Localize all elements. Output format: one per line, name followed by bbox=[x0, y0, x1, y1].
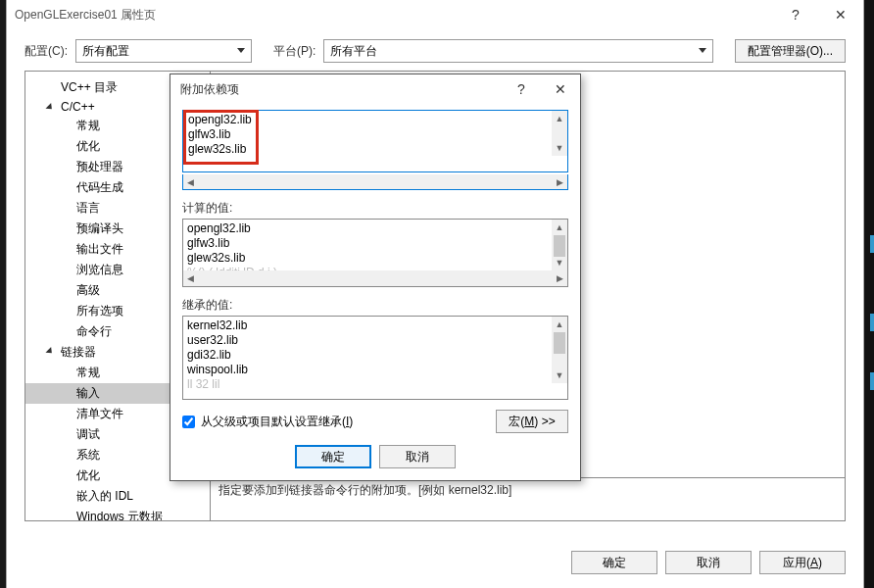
config-value: 所有配置 bbox=[82, 43, 129, 60]
modal-body: opengl32.lib glfw3.lib glew32s.lib ▲ ▼ ◀… bbox=[170, 104, 580, 445]
scroll-left-icon[interactable]: ◀ bbox=[187, 271, 194, 286]
modal-close-button[interactable]: ✕ bbox=[541, 74, 580, 104]
scrollbar-horizontal[interactable]: ◀ ▶ bbox=[183, 270, 567, 286]
modal-help-button[interactable]: ? bbox=[502, 74, 541, 104]
scroll-up-icon[interactable]: ▲ bbox=[552, 220, 567, 235]
scrollbar-horizontal[interactable]: ◀ ▶ bbox=[182, 174, 568, 190]
config-label: 配置(C): bbox=[24, 43, 68, 60]
config-manager-button[interactable]: 配置管理器(O)... bbox=[735, 39, 846, 63]
tree-item[interactable]: Windows 元数据 bbox=[25, 507, 210, 521]
config-select[interactable]: 所有配置 bbox=[75, 39, 252, 63]
scroll-up-icon[interactable]: ▲ bbox=[552, 111, 567, 126]
scroll-down-icon[interactable]: ▼ bbox=[552, 368, 567, 383]
inherit-checkbox-label: 从父级或项目默认设置继承(I) bbox=[201, 414, 353, 430]
config-row: 配置(C): 所有配置 平台(P): 所有平台 配置管理器(O)... bbox=[7, 29, 863, 71]
scroll-down-icon[interactable]: ▼ bbox=[552, 140, 567, 156]
help-button[interactable]: ? bbox=[773, 0, 818, 29]
scroll-right-icon[interactable]: ▶ bbox=[557, 177, 563, 187]
modal-ok-button[interactable]: 确定 bbox=[295, 445, 371, 468]
scroll-up-icon[interactable]: ▲ bbox=[552, 317, 567, 332]
scrollbar-vertical[interactable]: ▲ ▼ bbox=[552, 317, 567, 383]
computed-label: 计算的值: bbox=[182, 200, 568, 217]
modal-footer: 确定 取消 bbox=[170, 445, 580, 480]
scroll-thumb[interactable] bbox=[554, 332, 565, 354]
computed-values-list: opengl32.lib glfw3.lib glew32s.lib %() (… bbox=[182, 219, 568, 287]
modal-title: 附加依赖项 bbox=[180, 81, 502, 98]
annotation-highlight: opengl32.lib glfw3.lib glew32s.lib bbox=[183, 110, 259, 165]
scrollbar-vertical[interactable]: ▲ ▼ bbox=[552, 220, 567, 270]
modal-cancel-button[interactable]: 取消 bbox=[379, 445, 456, 468]
inherit-checkbox-row: 从父级或项目默认设置继承(I) 宏(M) >> bbox=[182, 410, 568, 433]
titlebar: OpenGLExercise01 属性页 ? ✕ bbox=[7, 0, 863, 29]
platform-label: 平台(P): bbox=[273, 43, 316, 60]
edit-dependencies-textarea[interactable]: opengl32.lib glfw3.lib glew32s.lib ▲ ▼ bbox=[182, 110, 568, 172]
description-box: 指定要添加到链接器命令行的附加项。[例如 kernel32.lib] bbox=[211, 477, 845, 520]
scrollbar-vertical[interactable]: ▲ ▼ bbox=[552, 111, 567, 156]
scroll-left-icon[interactable]: ◀ bbox=[187, 177, 194, 187]
modal-titlebar: 附加依赖项 ? ✕ bbox=[170, 74, 580, 104]
window-title: OpenGLExercise01 属性页 bbox=[15, 7, 773, 24]
platform-value: 所有平台 bbox=[330, 43, 377, 60]
tree-item[interactable]: 嵌入的 IDL bbox=[25, 486, 210, 507]
scroll-thumb[interactable] bbox=[554, 235, 565, 257]
scroll-down-icon[interactable]: ▼ bbox=[552, 255, 567, 270]
inherit-checkbox[interactable] bbox=[182, 416, 195, 428]
inherited-label: 继承的值: bbox=[182, 297, 568, 314]
scroll-right-icon[interactable]: ▶ bbox=[557, 271, 563, 286]
ide-right-gutter bbox=[864, 0, 874, 588]
dialog-footer: 确定 取消 应用(A) bbox=[7, 539, 863, 588]
inherited-values-list: kernel32.lib user32.lib gdi32.lib winspo… bbox=[182, 316, 568, 400]
macros-button[interactable]: 宏(M) >> bbox=[496, 410, 568, 433]
apply-button[interactable]: 应用(A) bbox=[759, 551, 846, 574]
ok-button[interactable]: 确定 bbox=[571, 551, 657, 574]
cancel-button[interactable]: 取消 bbox=[665, 551, 752, 574]
platform-select[interactable]: 所有平台 bbox=[323, 39, 712, 63]
additional-dependencies-dialog: 附加依赖项 ? ✕ opengl32.lib glfw3.lib glew32s… bbox=[170, 74, 581, 481]
close-button[interactable]: ✕ bbox=[818, 0, 863, 29]
